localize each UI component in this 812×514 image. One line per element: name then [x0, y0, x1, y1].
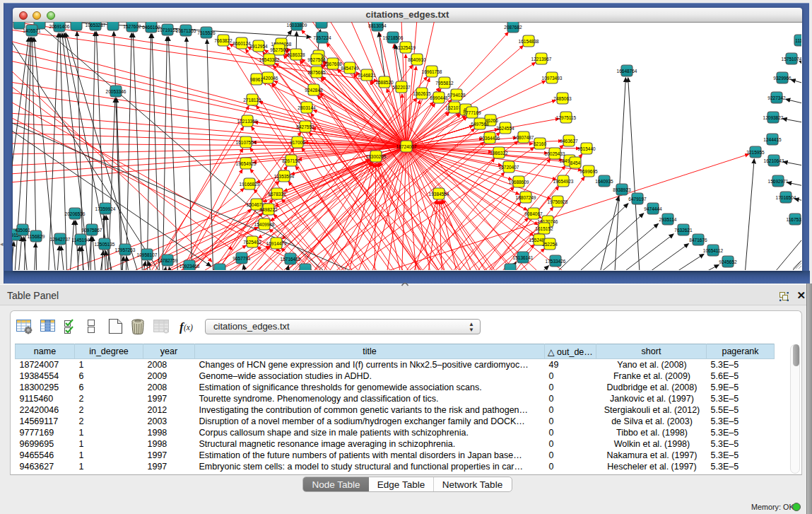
svg-text:8186328: 8186328 — [287, 52, 305, 57]
svg-text:9777169: 9777169 — [463, 110, 481, 115]
svg-text:6794028: 6794028 — [447, 93, 466, 98]
svg-text:16154838: 16154838 — [519, 39, 539, 44]
svg-text:6497568: 6497568 — [471, 122, 489, 127]
svg-text:2935114: 2935114 — [659, 217, 677, 222]
svg-text:10688609: 10688609 — [509, 180, 529, 185]
svg-text:1145194: 1145194 — [72, 238, 90, 243]
svg-text:16033809: 16033809 — [287, 23, 307, 28]
svg-text:9245652: 9245652 — [719, 259, 737, 264]
svg-text:8990448: 8990448 — [430, 95, 448, 100]
svg-text:10654112: 10654112 — [703, 248, 724, 253]
svg-text:15136141: 15136141 — [513, 255, 534, 260]
svg-text:18807249: 18807249 — [516, 195, 536, 200]
svg-text:12505135: 12505135 — [95, 242, 115, 247]
svg-text:3875685: 3875685 — [307, 70, 326, 75]
svg-text:19654925: 19654925 — [236, 161, 257, 166]
svg-text:8938923: 8938923 — [613, 187, 631, 192]
svg-text:7632621: 7632621 — [674, 228, 693, 233]
svg-text:7955812: 7955812 — [435, 81, 454, 86]
svg-text:98961: 98961 — [250, 77, 263, 82]
svg-text:19654923: 19654923 — [553, 179, 574, 184]
svg-text:16961758: 16961758 — [422, 69, 442, 74]
svg-text:3624554: 3624554 — [496, 126, 514, 131]
svg-text:10973493: 10973493 — [542, 76, 563, 81]
svg-text:16648764: 16648764 — [617, 69, 637, 74]
svg-text:10653287: 10653287 — [86, 23, 106, 28]
svg-text:10719155: 10719155 — [158, 28, 178, 33]
svg-text:9329966: 9329966 — [773, 76, 792, 81]
svg-text:17359924: 17359924 — [95, 206, 116, 211]
svg-text:12942737: 12942737 — [50, 237, 71, 242]
svg-text:1640935: 1640935 — [595, 179, 613, 184]
svg-text:10025433: 10025433 — [545, 151, 565, 156]
svg-text:9463627: 9463627 — [560, 139, 578, 144]
svg-text:16210643: 16210643 — [764, 158, 784, 163]
svg-text:16107554: 16107554 — [236, 140, 257, 145]
svg-text:16671355: 16671355 — [176, 28, 196, 33]
svg-text:8912954: 8912954 — [249, 44, 268, 49]
svg-text:10923468: 10923468 — [180, 264, 200, 269]
svg-text:8471676: 8471676 — [689, 238, 707, 243]
svg-text:9084067: 9084067 — [524, 211, 543, 216]
svg-text:7485063: 7485063 — [553, 96, 572, 101]
svg-text:15716485: 15716485 — [281, 257, 301, 262]
svg-text:9699695: 9699695 — [579, 169, 598, 174]
svg-text:19756928: 19756928 — [548, 199, 568, 204]
svg-text:17016504: 17016504 — [776, 195, 796, 200]
svg-text:1362615: 1362615 — [413, 91, 431, 96]
svg-text:20691406: 20691406 — [49, 24, 70, 29]
svg-text:15720407: 15720407 — [499, 165, 519, 170]
svg-text:17533426: 17533426 — [546, 259, 566, 264]
svg-text:90975867: 90975867 — [82, 228, 102, 233]
svg-text:1244415: 1244415 — [763, 137, 782, 142]
svg-text:435061: 435061 — [15, 228, 30, 233]
svg-text:9657791: 9657791 — [233, 256, 251, 261]
svg-text:1615152: 1615152 — [535, 226, 553, 231]
svg-text:6479197: 6479197 — [628, 197, 647, 201]
svg-text:10807487: 10807487 — [514, 135, 534, 140]
svg-text:62160: 62160 — [534, 141, 546, 146]
svg-text:8640910: 8640910 — [408, 57, 426, 62]
svg-text:8454749: 8454749 — [341, 66, 359, 71]
svg-text:2367608: 2367608 — [324, 62, 342, 66]
svg-text:11353594: 11353594 — [274, 174, 295, 179]
svg-text:18300295: 18300295 — [366, 154, 387, 159]
svg-text:8660124: 8660124 — [233, 41, 251, 46]
svg-text:7663822: 7663822 — [214, 38, 233, 43]
svg-text:15409948: 15409948 — [254, 222, 275, 227]
svg-text:5322037: 5322037 — [392, 85, 411, 90]
svg-text:12213967: 12213967 — [531, 57, 552, 62]
svg-text:8267150: 8267150 — [282, 158, 300, 163]
svg-text:15751074: 15751074 — [782, 57, 801, 62]
svg-text:12093822: 12093822 — [763, 115, 784, 120]
svg-text:3215955: 3215955 — [746, 150, 765, 155]
svg-text:2718126: 2718126 — [243, 98, 261, 103]
svg-text:12975115: 12975115 — [556, 115, 577, 120]
svg-text:7357224: 7357224 — [313, 35, 331, 40]
svg-text:16782759: 16782759 — [158, 258, 178, 263]
svg-text:8498222: 8498222 — [259, 207, 278, 212]
svg-text:2087682: 2087682 — [504, 25, 522, 30]
svg-text:7986322: 7986322 — [490, 151, 508, 156]
svg-text:8454: 8454 — [570, 160, 581, 165]
svg-text:18724007: 18724007 — [396, 144, 417, 149]
svg-text:9146821: 9146821 — [358, 73, 376, 78]
svg-text:19384554: 19384554 — [429, 192, 449, 197]
svg-text:9515440: 9515440 — [577, 146, 596, 151]
svg-text:17957253: 17957253 — [115, 247, 136, 252]
svg-text:917006: 917006 — [290, 140, 305, 145]
svg-text:252254: 252254 — [542, 242, 558, 247]
svg-text:7625402: 7625402 — [243, 240, 261, 245]
svg-text:9227342: 9227342 — [767, 95, 786, 100]
svg-text:19218506: 19218506 — [383, 35, 404, 40]
svg-text:12213369: 12213369 — [237, 119, 258, 124]
svg-text:(x): (x) — [184, 323, 193, 332]
svg-text:10958107: 10958107 — [137, 252, 158, 257]
svg-text:1167533: 1167533 — [787, 217, 801, 222]
svg-text:19166829: 19166829 — [240, 182, 260, 187]
svg-text:9527506: 9527506 — [307, 57, 326, 62]
svg-text:15692971: 15692971 — [768, 179, 789, 184]
svg-text:20364436: 20364436 — [480, 136, 500, 141]
svg-text:1405571: 1405571 — [23, 28, 41, 33]
svg-text:7515526: 7515526 — [197, 30, 216, 35]
